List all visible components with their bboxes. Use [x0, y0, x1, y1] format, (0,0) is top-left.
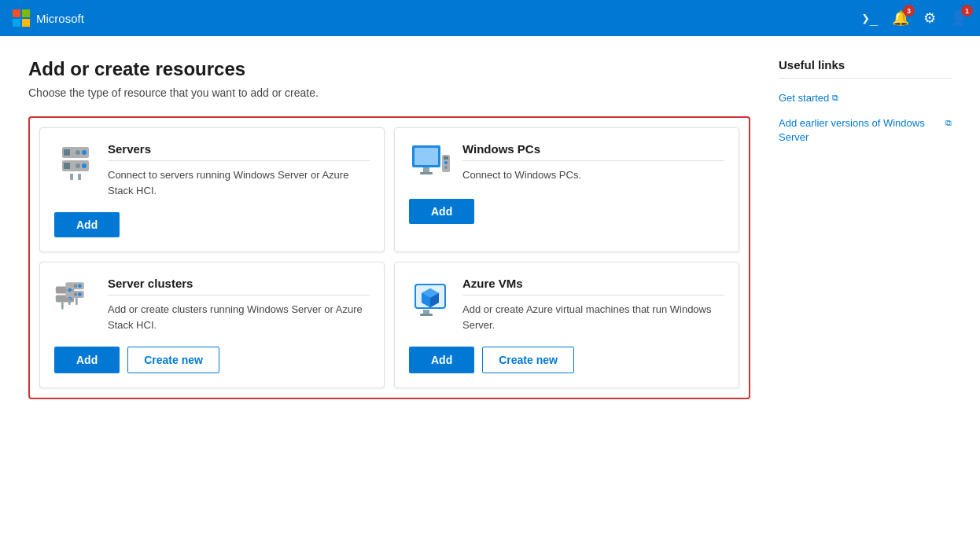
page-subtitle: Choose the type of resource that you wan…: [28, 86, 750, 99]
terminal-icon[interactable]: ❯_: [862, 10, 878, 26]
svg-point-25: [74, 292, 78, 296]
card-pcs-header: Windows PCs Connect to Windows PCs.: [409, 142, 724, 185]
card-vms-header: Azure VMs Add or create Azure virtual ma…: [409, 277, 724, 332]
card-clusters-title: Server clusters: [108, 277, 370, 290]
resources-grid-wrapper: Servers Connect to servers running Windo…: [28, 116, 750, 399]
svg-rect-31: [423, 310, 429, 314]
sidebar-link-get-started[interactable]: Get started ⧉: [779, 91, 952, 105]
svg-point-3: [82, 150, 87, 155]
clusters-create-button[interactable]: Create new: [127, 347, 219, 373]
card-vms-description: Add or create Azure virtual machines tha…: [462, 302, 724, 332]
svg-rect-8: [70, 174, 73, 180]
card-azure-vms: Azure VMs Add or create Azure virtual ma…: [394, 262, 739, 388]
svg-rect-12: [423, 167, 429, 172]
card-pcs-title-section: Windows PCs Connect to Windows PCs.: [462, 142, 724, 183]
logo-red: [13, 9, 20, 17]
svg-rect-5: [64, 163, 70, 169]
svg-point-4: [76, 150, 80, 155]
logo-yellow: [22, 19, 30, 27]
card-clusters-actions: Add Create new: [54, 347, 370, 373]
server-icon: [54, 142, 97, 185]
card-servers-title: Servers: [108, 142, 370, 156]
topbar-left: Microsoft: [13, 9, 84, 27]
card-pcs-description: Connect to Windows PCs.: [462, 167, 724, 183]
page-title: Add or create resources: [28, 58, 750, 80]
get-started-label: Get started: [779, 91, 829, 105]
card-vms-title: Azure VMs: [462, 277, 724, 290]
card-pcs-divider: [462, 160, 724, 161]
svg-point-24: [78, 292, 82, 296]
svg-point-23: [74, 284, 78, 288]
card-clusters-description: Add or create clusters running Windows S…: [108, 302, 370, 332]
card-clusters-divider: [108, 295, 370, 296]
svg-rect-28: [61, 302, 64, 309]
sidebar-link-add-earlier[interactable]: Add earlier versions of Windows Server ⧉: [779, 116, 952, 145]
svg-point-7: [76, 163, 80, 168]
card-servers-title-section: Servers Connect to servers running Windo…: [108, 142, 370, 198]
sidebar-title: Useful links: [779, 58, 952, 79]
card-servers: Servers Connect to servers running Windo…: [39, 127, 385, 252]
main-content: Add or create resources Choose the type …: [0, 36, 980, 558]
topbar-right: ❯_ 🔔 3 ⚙ 👤 1: [862, 9, 967, 27]
pcs-add-button[interactable]: Add: [409, 199, 474, 224]
svg-rect-32: [420, 314, 433, 316]
settings-icon[interactable]: ⚙: [923, 9, 936, 27]
card-servers-header: Servers Connect to servers running Windo…: [54, 142, 370, 198]
notifications-icon[interactable]: 🔔 3: [892, 9, 909, 27]
svg-rect-30: [76, 298, 78, 305]
card-clusters-header: Server clusters Add or create clusters r…: [54, 277, 370, 332]
vms-add-button[interactable]: Add: [409, 347, 474, 373]
add-earlier-label: Add earlier versions of Windows Server: [779, 116, 942, 145]
svg-point-26: [68, 288, 72, 292]
svg-point-22: [78, 284, 82, 288]
servers-add-button[interactable]: Add: [54, 212, 120, 237]
card-vms-divider: [462, 295, 724, 296]
svg-rect-29: [68, 298, 71, 305]
sidebar: Useful links Get started ⧉ Add earlier v…: [779, 58, 952, 536]
microsoft-logo: [13, 9, 30, 27]
pc-icon: [409, 142, 451, 185]
svg-rect-9: [78, 174, 81, 180]
card-vms-actions: Add Create new: [409, 347, 724, 373]
card-servers-description: Connect to servers running Windows Serve…: [108, 167, 370, 198]
logo-blue: [13, 19, 20, 27]
content-area: Add or create resources Choose the type …: [28, 58, 750, 536]
brand-label: Microsoft: [36, 12, 84, 25]
card-windows-pcs: Windows PCs Connect to Windows PCs. Add: [394, 127, 739, 252]
notifications-badge: 3: [903, 5, 915, 17]
external-link-icon-2: ⧉: [945, 117, 952, 129]
topbar: Microsoft ❯_ 🔔 3 ⚙ 👤 1: [0, 0, 980, 36]
svg-rect-11: [414, 148, 438, 165]
cluster-icon: [54, 277, 97, 319]
svg-rect-13: [420, 172, 433, 174]
card-vms-title-section: Azure VMs Add or create Azure virtual ma…: [462, 277, 724, 332]
svg-rect-2: [64, 149, 70, 156]
user-badge: 1: [961, 5, 973, 17]
svg-point-16: [444, 161, 448, 164]
card-pcs-actions: Add: [409, 199, 724, 224]
resources-grid: Servers Connect to servers running Windo…: [39, 127, 739, 388]
card-server-clusters: Server clusters Add or create clusters r…: [39, 262, 385, 388]
svg-rect-15: [444, 156, 448, 160]
card-pcs-title: Windows PCs: [462, 142, 724, 156]
svg-point-6: [82, 163, 87, 168]
card-clusters-title-section: Server clusters Add or create clusters r…: [108, 277, 370, 332]
card-servers-divider: [108, 160, 370, 161]
svg-point-17: [444, 166, 448, 169]
azure-vm-icon: [409, 277, 451, 319]
external-link-icon-1: ⧉: [832, 92, 838, 104]
card-servers-actions: Add: [54, 212, 370, 237]
user-icon[interactable]: 👤 1: [950, 9, 967, 27]
vms-create-button[interactable]: Create new: [482, 347, 574, 373]
clusters-add-button[interactable]: Add: [54, 347, 120, 373]
logo-green: [22, 9, 30, 17]
